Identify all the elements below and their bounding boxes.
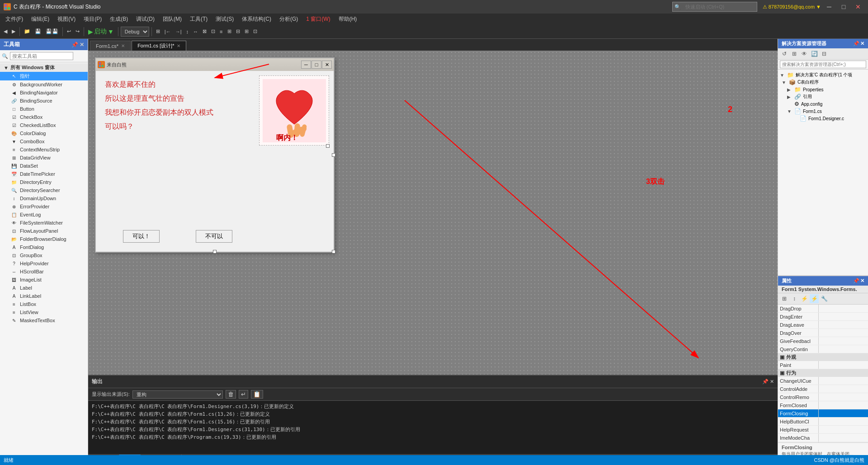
output-clear-button[interactable]: 🗑: [226, 390, 236, 399]
prop-row-formclosing[interactable]: FormClosing: [778, 409, 868, 418]
toolbox-item-fontdialog[interactable]: A FontDialog: [0, 243, 88, 251]
toolbar-forward-button[interactable]: ▶: [10, 26, 17, 38]
toolbar-btn-7[interactable]: ⊡: [209, 26, 217, 38]
tree-item-project[interactable]: ▼ 📦 C表白程序: [778, 79, 868, 86]
prop-row-changeuicues[interactable]: ChangeUICue: [778, 377, 868, 385]
form-minimize-button[interactable]: ─: [301, 61, 311, 69]
prop-pin-icon[interactable]: 📌: [853, 278, 859, 284]
prop-categorize-button[interactable]: ⊞: [780, 294, 789, 303]
toolbox-item-flowlayoutpanel[interactable]: ⊡ FlowLayoutPanel: [0, 227, 88, 235]
prop-row-givefeedback[interactable]: GiveFeedbacl: [778, 337, 868, 345]
tree-item-references[interactable]: ▶ 🔗 引用: [778, 93, 868, 100]
form-titlebar[interactable]: 来自白熊 ─ □ ✕: [96, 58, 334, 71]
menu-tools[interactable]: 工具(T): [186, 14, 211, 24]
toolbox-section-header[interactable]: ▼ 所有 Windows 窗体: [0, 63, 88, 72]
prop-row-querycontinue[interactable]: QueryContin: [778, 345, 868, 353]
toolbar-back-button[interactable]: ◀: [2, 26, 9, 38]
form-close-button[interactable]: ✕: [322, 61, 332, 69]
output-wrap-button[interactable]: ↵: [239, 390, 248, 399]
menu-debug[interactable]: 调试(D): [132, 14, 158, 24]
toolbox-item-backgroundworker[interactable]: ⚙ BackgroundWorker: [0, 80, 88, 89]
se-sync-button[interactable]: ↺: [780, 49, 789, 58]
toolbox-item-folderbrowserdialog[interactable]: 📂 FolderBrowserDialog: [0, 235, 88, 243]
toolbar-btn-5[interactable]: ↔: [191, 26, 200, 38]
toolbox-item-maskedtextbox[interactable]: ✎ MaskedTextBox: [0, 316, 88, 324]
toolbar-btn-3[interactable]: →|: [174, 26, 184, 38]
prop-row-formclosed[interactable]: FormClosed: [778, 401, 868, 409]
output-copy-button[interactable]: 📋: [251, 390, 263, 399]
se-close-icon[interactable]: ✕: [860, 41, 864, 47]
toolbox-item-listview[interactable]: ≡ ListView: [0, 308, 88, 316]
toolbar-save-button[interactable]: 💾: [33, 26, 43, 38]
form-resize-corner[interactable]: [332, 250, 335, 254]
quick-search-input[interactable]: [683, 2, 755, 12]
toolbox-item-datetimepicker[interactable]: 📅 DateTimePicker: [0, 170, 88, 178]
tree-item-appconfig[interactable]: ⚙ App.config: [778, 100, 868, 108]
menu-test[interactable]: 测试(S): [212, 14, 237, 24]
toolbar-btn-11[interactable]: ⊞: [243, 26, 250, 38]
toolbox-item-errorprovider[interactable]: ⊗ ErrorProvider: [0, 202, 88, 211]
prop-row-dragdrop[interactable]: DragDrop: [778, 305, 868, 313]
toolbar-btn-2[interactable]: |←: [163, 26, 173, 38]
menu-window[interactable]: 1 窗口(W): [302, 14, 334, 24]
toolbox-item-groupbox[interactable]: ⊡ GroupBox: [0, 251, 88, 259]
form-btn-yes[interactable]: 可以！: [123, 230, 160, 243]
toolbox-close-icon[interactable]: ✕: [80, 42, 84, 48]
menu-view[interactable]: 视图(V): [54, 14, 79, 24]
menu-team[interactable]: 团队(M): [159, 14, 185, 24]
toolbox-item-bindingnavigator[interactable]: ◀ BindingNavigator: [0, 89, 88, 97]
se-collapse-button[interactable]: ⊟: [820, 49, 829, 58]
toolbox-item-domainupdown[interactable]: ↕ DomainUpDown: [0, 194, 88, 202]
tab-form1cs-designer[interactable]: Form1.cs [设计]* ✕: [132, 41, 186, 51]
output-close-icon[interactable]: ✕: [770, 379, 774, 385]
menu-architecture[interactable]: 体系结构(C): [238, 14, 275, 24]
toolbox-item-hscrollbar[interactable]: ↔ HScrollBar: [0, 268, 88, 276]
toolbar-start-button[interactable]: ▶ 启动 ▼: [86, 26, 116, 38]
window-restore-button[interactable]: □: [837, 2, 850, 11]
tree-item-form1designer[interactable]: 📄 Form1.Designer.c: [778, 115, 868, 122]
image-resize-handle-br[interactable]: [326, 144, 330, 148]
toolbar-btn-1[interactable]: ⊞: [154, 26, 162, 38]
prop-row-dragenter[interactable]: DragEnter: [778, 313, 868, 321]
prop-row-dragover[interactable]: DragOver: [778, 329, 868, 337]
toolbox-item-directorysearcher[interactable]: 🔍 DirectorySearcher: [0, 186, 88, 194]
toolbox-item-pointer[interactable]: ↖ 指针: [0, 72, 88, 80]
toolbox-item-directoryentry[interactable]: 📁 DirectoryEntry: [0, 178, 88, 186]
se-refresh-button[interactable]: 🔄: [810, 49, 819, 58]
toolbar-undo-button[interactable]: ↩: [65, 26, 73, 38]
toolbar-btn-9[interactable]: ⊞: [226, 26, 233, 38]
menu-build[interactable]: 生成(B): [106, 14, 132, 24]
tab-form1cs[interactable]: Form1.cs* ✕: [90, 41, 131, 51]
prop-actions-button[interactable]: 🔧: [820, 294, 829, 303]
toolbar-btn-12[interactable]: ⊡: [251, 26, 259, 38]
toolbar-btn-10[interactable]: ⊟: [234, 26, 242, 38]
toolbox-item-filesystemwatcher[interactable]: 👁 FileSystemWatcher: [0, 219, 88, 227]
prop-row-helprequested[interactable]: HelpRequest: [778, 426, 868, 434]
toolbox-item-contextmenustrip[interactable]: ≡ ContextMenuStrip: [0, 146, 88, 154]
prop-row-helpbuttonclicked[interactable]: HelpButtonCl: [778, 418, 868, 426]
toolbox-search-input[interactable]: [10, 52, 73, 60]
toolbar-open-button[interactable]: 📁: [22, 26, 32, 38]
menu-analyze[interactable]: 分析(G): [276, 14, 302, 24]
designer-area[interactable]: 来自白熊 ─ □ ✕ 喜欢是藏不住的 所以这是理直气壮的宣告 我想和你开启恋爱副…: [88, 51, 778, 375]
se-properties-button[interactable]: ⊞: [790, 49, 799, 58]
menu-edit[interactable]: 编辑(E): [28, 14, 53, 24]
toolbar-btn-6[interactable]: ⊠: [201, 26, 208, 38]
toolbox-item-datagridview[interactable]: ⊞ DataGridView: [0, 154, 88, 162]
form-restore-button[interactable]: □: [311, 61, 321, 69]
window-close-button[interactable]: ✕: [852, 2, 864, 11]
toolbox-item-checkbox[interactable]: ☑ CheckBox: [0, 113, 88, 121]
toolbar-redo-button[interactable]: ↪: [74, 26, 81, 38]
prop-row-controlremoved[interactable]: ControlRemo: [778, 393, 868, 401]
toolbox-item-dataset[interactable]: 💾 DataSet: [0, 162, 88, 170]
toolbar-btn-8[interactable]: ≡: [218, 26, 224, 38]
toolbox-item-listbox[interactable]: ≡ ListBox: [0, 300, 88, 308]
se-search-input[interactable]: [780, 61, 866, 68]
toolbox-item-helpprovider[interactable]: ? HelpProvider: [0, 259, 88, 268]
debug-mode-selector[interactable]: Debug: [121, 27, 149, 37]
se-show-all-button[interactable]: 👁: [800, 49, 809, 58]
se-pin-icon[interactable]: 📌: [853, 41, 859, 47]
toolbox-pin-icon[interactable]: 📌: [71, 42, 78, 48]
menu-file[interactable]: 文件(F): [2, 14, 27, 24]
form-resize-bottom[interactable]: [213, 250, 217, 254]
